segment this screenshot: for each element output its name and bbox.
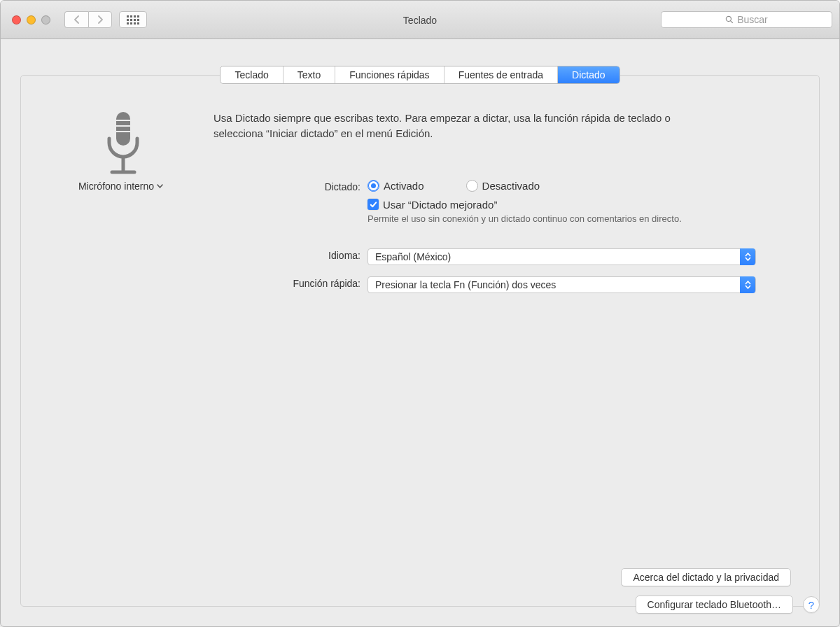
radio-dot-icon	[368, 180, 379, 192]
language-value: Español (México)	[375, 251, 451, 262]
mic-label-text: Micrófono interno	[78, 181, 154, 192]
enhanced-dictation-checkbox[interactable]: Usar “Dictado mejorado”	[368, 199, 497, 211]
chevron-left-icon	[74, 15, 80, 24]
radio-off-label: Desactivado	[482, 180, 540, 192]
tab-dictado[interactable]: Dictado	[558, 66, 619, 83]
mic-column: Micrófono interno	[49, 111, 192, 300]
tab-bar: Teclado Texto Funciones rápidas Fuentes …	[20, 66, 820, 84]
search-input[interactable]: Buscar	[661, 11, 832, 28]
forward-button[interactable]	[88, 11, 112, 28]
svg-rect-0	[116, 112, 130, 146]
shortcut-label: Función rápida:	[214, 276, 368, 289]
toolbar: Teclado Buscar	[1, 1, 839, 39]
footer: Configurar teclado Bluetooth… ?	[20, 596, 820, 614]
shortcut-select[interactable]: Presionar la tecla Fn (Función) dos vece…	[368, 276, 756, 293]
window-controls	[12, 15, 50, 24]
shortcut-value: Presionar la tecla Fn (Función) dos vece…	[375, 279, 556, 290]
back-button[interactable]	[64, 11, 88, 28]
body: Teclado Texto Funciones rápidas Fuentes …	[1, 39, 839, 626]
chevron-down-icon	[157, 184, 163, 188]
language-select[interactable]: Español (México)	[368, 248, 756, 265]
radio-on-label: Activado	[384, 180, 424, 192]
help-button[interactable]: ?	[803, 596, 820, 613]
radio-dot-icon	[466, 180, 478, 192]
enhanced-label: Usar “Dictado mejorado”	[383, 199, 497, 211]
search-placeholder: Buscar	[737, 14, 768, 25]
mic-selector[interactable]: Micrófono interno	[78, 181, 163, 192]
tab-texto[interactable]: Texto	[284, 66, 335, 83]
tab-teclado[interactable]: Teclado	[220, 66, 283, 83]
language-label: Idioma:	[214, 248, 368, 261]
select-stepper-icon	[740, 276, 755, 293]
bluetooth-keyboard-button[interactable]: Configurar teclado Bluetooth…	[636, 596, 793, 614]
show-all-button[interactable]	[119, 11, 147, 28]
checkbox-icon	[368, 199, 379, 210]
search-icon	[725, 15, 734, 24]
privacy-button[interactable]: Acerca del dictado y la privacidad	[621, 568, 791, 586]
minimize-button[interactable]	[27, 15, 36, 24]
microphone-icon	[102, 111, 140, 174]
close-button[interactable]	[12, 15, 21, 24]
chevron-right-icon	[97, 15, 104, 24]
maximize-button[interactable]	[41, 15, 50, 24]
select-stepper-icon	[740, 248, 755, 265]
dictation-label: Dictado:	[214, 180, 368, 192]
radio-desactivado[interactable]: Desactivado	[466, 180, 540, 192]
description-text: Usa Dictado siempre que escribas texto. …	[214, 111, 710, 141]
nav-buttons	[64, 11, 112, 28]
grid-icon	[127, 15, 139, 24]
tab-fuentes[interactable]: Fuentes de entrada	[444, 66, 558, 83]
settings-column: Usa Dictado siempre que escribas texto. …	[214, 111, 791, 300]
enhanced-description: Permite el uso sin conexión y un dictado…	[368, 213, 704, 225]
preferences-window: Teclado Buscar Teclado Texto Funciones r…	[0, 0, 840, 627]
tab-funciones[interactable]: Funciones rápidas	[335, 66, 444, 83]
panel: Micrófono interno Usa Dictado siempre qu…	[20, 75, 820, 607]
radio-activado[interactable]: Activado	[368, 180, 424, 192]
